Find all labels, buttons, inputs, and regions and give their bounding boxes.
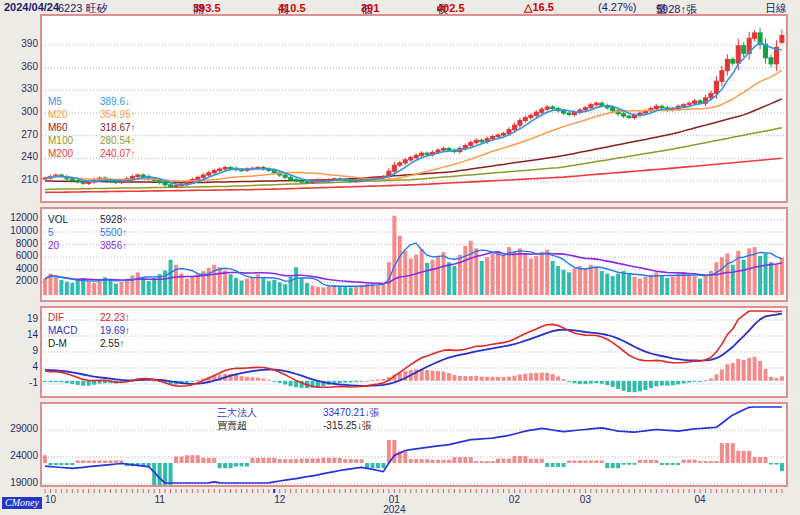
- legend-row: VOL5928↑: [48, 213, 127, 226]
- legend-row: MACD19.69↑: [48, 324, 130, 337]
- cmoney-chart-window: 2024/04/24 6223 旺矽 開 393.5 高 410.5 低 391…: [0, 0, 800, 515]
- y-axis-label: 19: [2, 313, 38, 324]
- y-axis-label: 6000: [2, 250, 38, 261]
- legend-value: 2.55↑: [100, 338, 124, 349]
- legend-label: 5: [48, 226, 100, 239]
- change-value: △16.5: [524, 1, 554, 14]
- y-axis-label: 210: [2, 174, 38, 185]
- x-axis-month-label: 012024: [374, 495, 414, 515]
- date-axis-ticks: [0, 488, 800, 495]
- volume-legend: VOL5928↑55500↑203856↑: [48, 213, 127, 252]
- macd-legend: DIF22.23↑MACD19.69↑D-M2.55↑: [48, 311, 130, 350]
- institutional-chart[interactable]: [42, 404, 786, 485]
- legend-label: M60: [48, 121, 100, 134]
- legend-value: 3856↑: [100, 240, 127, 251]
- quote-header: 2024/04/24 6223 旺矽 開 393.5 高 410.5 低 391…: [0, 0, 800, 15]
- volume-chart[interactable]: [42, 209, 786, 300]
- open-value: 393.5: [193, 2, 221, 14]
- legend-label: 20: [48, 239, 100, 252]
- legend-label: D-M: [48, 337, 100, 350]
- cmoney-logo: CMoney: [2, 497, 42, 509]
- legend-value: 22.23↑: [100, 312, 130, 323]
- legend-value: 280.54↑: [100, 135, 136, 146]
- y-axis-label: 300: [2, 106, 38, 117]
- legend-label: M100: [48, 134, 100, 147]
- legend-row: D-M2.55↑: [48, 337, 130, 350]
- x-axis-month-label: 11: [140, 495, 180, 505]
- legend-row: M100280.54↑: [48, 134, 136, 147]
- y-axis-label: 8000: [2, 238, 38, 249]
- quote-date: 2024/04/24: [4, 1, 59, 13]
- y-axis-label: 390: [2, 38, 38, 49]
- legend-label: MACD: [48, 324, 100, 337]
- legend-value: 5500↑: [100, 227, 127, 238]
- legend-value: 318.67↑: [100, 122, 136, 133]
- legend-row: M20354.95↑: [48, 108, 136, 121]
- legend-row: M60318.67↑: [48, 121, 136, 134]
- legend-value: 354.95↑: [100, 109, 136, 120]
- price-chart-pane[interactable]: [40, 14, 788, 203]
- legend-row: 203856↑: [48, 239, 127, 252]
- inst-legend-value1: 33470.21↓張: [323, 406, 380, 419]
- ma-legend: M5389.6↓M20354.95↑M60318.67↑M100280.54↑M…: [48, 95, 136, 160]
- legend-value: 240.07↑: [100, 148, 136, 159]
- macd-pane[interactable]: [40, 306, 788, 398]
- y-axis-label: 29000: [2, 423, 38, 434]
- legend-row: DIF22.23↑: [48, 311, 130, 324]
- y-axis-label: 4: [2, 361, 38, 372]
- y-axis-label: 10000: [2, 225, 38, 236]
- x-axis-month-label: 02: [494, 495, 534, 505]
- y-axis-label: 2000: [2, 275, 38, 286]
- inst-legend-value2: -315.25↓張: [323, 419, 372, 432]
- legend-value: 389.6↓: [100, 96, 130, 107]
- macd-chart[interactable]: [42, 308, 786, 396]
- y-axis-label: 24000: [2, 450, 38, 461]
- change-percent: (4.27%): [598, 1, 637, 13]
- y-axis-label: 270: [2, 129, 38, 140]
- y-axis-label: 9: [2, 345, 38, 356]
- legend-label: M5: [48, 95, 100, 108]
- high-value: 410.5: [278, 2, 306, 14]
- institutional-pane[interactable]: [40, 402, 788, 487]
- y-axis-label: 330: [2, 83, 38, 94]
- legend-value: 19.69↑: [100, 325, 130, 336]
- y-axis-label: 19000: [2, 477, 38, 488]
- x-axis-month-label: 12: [260, 495, 300, 505]
- x-axis-year-label: 2024: [374, 505, 414, 515]
- legend-label: M20: [48, 108, 100, 121]
- y-axis-label: 14: [2, 329, 38, 340]
- legend-row: M200240.07↑: [48, 147, 136, 160]
- legend-label: VOL: [48, 213, 100, 226]
- legend-label: M200: [48, 147, 100, 160]
- low-value: 391: [361, 2, 379, 14]
- inst-legend-title2: 買賣超: [217, 419, 247, 432]
- candlestick-chart[interactable]: [42, 16, 786, 201]
- y-axis-label: 240: [2, 151, 38, 162]
- legend-label: DIF: [48, 311, 100, 324]
- x-axis-month-label: 03: [565, 495, 605, 505]
- close-value: 402.5: [437, 2, 465, 14]
- legend-value: 5928↑: [100, 214, 127, 225]
- x-axis-month-label: 04: [680, 495, 720, 505]
- inst-legend-title1: 三大法人: [217, 406, 257, 419]
- legend-row: 55500↑: [48, 226, 127, 239]
- y-axis-label: 12000: [2, 212, 38, 223]
- y-axis-label: -1: [2, 377, 38, 388]
- legend-row: M5389.6↓: [48, 95, 136, 108]
- y-axis-label: 360: [2, 61, 38, 72]
- y-axis-label: 4000: [2, 263, 38, 274]
- volume-pane[interactable]: [40, 207, 788, 302]
